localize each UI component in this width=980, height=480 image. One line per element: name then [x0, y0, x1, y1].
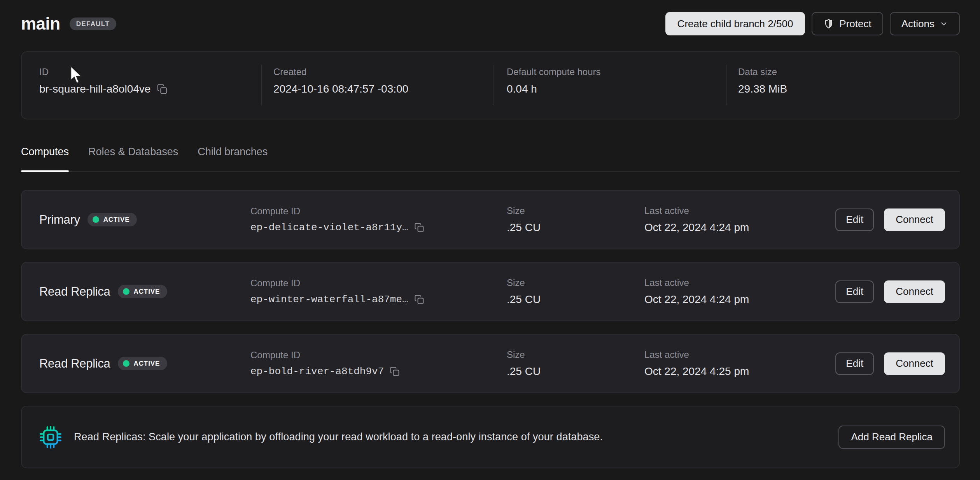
add-read-replica-button[interactable]: Add Read Replica: [838, 426, 945, 449]
edit-button[interactable]: Edit: [835, 208, 874, 231]
copy-icon[interactable]: [414, 222, 425, 233]
compute-hours-label: Default compute hours: [507, 67, 600, 77]
compute-id-label: Compute ID: [250, 278, 507, 289]
compute-id-value: ep-winter-waterfall-a87me…: [250, 294, 408, 305]
branch-id-value: br-square-hill-a8ol04ve: [39, 83, 150, 95]
connect-button[interactable]: Connect: [884, 280, 945, 303]
size-value: .25 CU: [507, 221, 644, 234]
size-value: .25 CU: [507, 365, 644, 378]
title-wrap: main DEFAULT: [21, 14, 116, 33]
edit-button[interactable]: Edit: [835, 280, 874, 303]
compute-id-value: ep-delicate-violet-a8r11y…: [250, 222, 408, 233]
created-field: Created 2024-10-16 08:47:57 -03:00: [273, 67, 408, 95]
last-active-value: Oct 22, 2024 4:24 pm: [644, 221, 835, 234]
status-badge: ACTIVE: [118, 357, 168, 370]
size-cell: Size .25 CU: [507, 205, 644, 234]
status-badge-label: ACTIVE: [134, 360, 160, 367]
compute-hours-value: 0.04 h: [507, 83, 600, 95]
size-cell: Size .25 CU: [507, 277, 644, 306]
size-cell: Size .25 CU: [507, 349, 644, 378]
divider: [261, 65, 262, 105]
page-title: main: [21, 14, 60, 33]
compute-id-cell: Compute ID ep-winter-waterfall-a87me…: [250, 278, 507, 305]
compute-row-read-replica-2: Read Replica ACTIVE Compute ID ep-bold-r…: [21, 334, 960, 393]
divider: [726, 65, 727, 105]
compute-id-label: Compute ID: [250, 350, 507, 361]
shield-icon: [823, 18, 834, 29]
data-size-field: Data size 29.38 MiB: [738, 67, 787, 95]
compute-name: Read Replica: [39, 285, 110, 299]
last-active-value: Oct 22, 2024 4:25 pm: [644, 365, 835, 378]
size-label: Size: [507, 349, 644, 360]
last-active-label: Last active: [644, 349, 835, 360]
last-active-value: Oct 22, 2024 4:24 pm: [644, 293, 835, 306]
branch-page: main DEFAULT Create child branch 2/500 P…: [0, 0, 980, 468]
status-dot-icon: [123, 360, 130, 367]
status-badge-label: ACTIVE: [134, 288, 160, 295]
status-badge-label: ACTIVE: [103, 216, 130, 223]
last-active-cell: Last active Oct 22, 2024 4:24 pm: [644, 205, 835, 234]
copy-icon[interactable]: [156, 83, 168, 95]
row-actions: Edit Connect: [835, 280, 945, 303]
row-actions: Edit Connect: [835, 208, 945, 231]
page-header: main DEFAULT Create child branch 2/500 P…: [21, 0, 960, 36]
last-active-label: Last active: [644, 205, 835, 216]
compute-id-cell: Compute ID ep-bold-river-a8tdh9v7: [250, 350, 507, 377]
status-badge: ACTIVE: [88, 213, 137, 226]
chevron-down-icon: [940, 19, 948, 28]
compute-name: Primary: [39, 213, 80, 227]
copy-icon[interactable]: [414, 294, 425, 305]
compute-name-cell: Primary ACTIVE: [39, 213, 250, 227]
chip-icon: [39, 426, 62, 448]
edit-button[interactable]: Edit: [835, 352, 874, 375]
compute-name-cell: Read Replica ACTIVE: [39, 285, 250, 299]
connect-button[interactable]: Connect: [884, 352, 945, 375]
data-size-value: 29.38 MiB: [738, 83, 787, 95]
compute-id-label: Compute ID: [250, 206, 507, 217]
branch-id-field: ID br-square-hill-a8ol04ve: [39, 67, 168, 95]
copy-icon[interactable]: [389, 366, 400, 377]
compute-id-value: ep-bold-river-a8tdh9v7: [250, 366, 384, 377]
actions-button[interactable]: Actions: [890, 12, 960, 35]
default-badge: DEFAULT: [70, 18, 116, 30]
branch-info-card: ID br-square-hill-a8ol04ve Created 2024-…: [21, 51, 960, 119]
branch-id-label: ID: [39, 67, 168, 77]
data-size-label: Data size: [738, 67, 787, 77]
row-actions: Edit Connect: [835, 352, 945, 375]
size-label: Size: [507, 277, 644, 288]
last-active-cell: Last active Oct 22, 2024 4:25 pm: [644, 349, 835, 378]
tab-computes[interactable]: Computes: [21, 146, 69, 171]
size-label: Size: [507, 205, 644, 216]
created-value: 2024-10-16 08:47:57 -03:00: [273, 83, 408, 95]
compute-row-read-replica-1: Read Replica ACTIVE Compute ID ep-winter…: [21, 262, 960, 321]
created-label: Created: [273, 67, 408, 77]
status-dot-icon: [93, 216, 99, 223]
tab-child-branches[interactable]: Child branches: [198, 146, 268, 171]
protect-button[interactable]: Protect: [812, 12, 883, 35]
compute-id-cell: Compute ID ep-delicate-violet-a8r11y…: [250, 206, 507, 233]
read-replica-banner: Read Replicas: Scale your application by…: [21, 406, 960, 468]
protect-button-label: Protect: [839, 19, 871, 29]
last-active-cell: Last active Oct 22, 2024 4:24 pm: [644, 277, 835, 306]
status-badge: ACTIVE: [118, 285, 168, 298]
read-replica-description: Read Replicas: Scale your application by…: [74, 431, 838, 443]
connect-button[interactable]: Connect: [884, 208, 945, 231]
tab-bar: Computes Roles & Databases Child branche…: [21, 146, 960, 172]
status-dot-icon: [123, 288, 130, 295]
create-child-branch-button[interactable]: Create child branch 2/500: [665, 12, 805, 35]
last-active-label: Last active: [644, 277, 835, 288]
compute-row-primary: Primary ACTIVE Compute ID ep-delicate-vi…: [21, 190, 960, 249]
compute-name-cell: Read Replica ACTIVE: [39, 357, 250, 371]
actions-button-label: Actions: [901, 19, 934, 29]
divider: [493, 65, 494, 105]
compute-name: Read Replica: [39, 357, 110, 371]
header-actions: Create child branch 2/500 Protect Action…: [665, 12, 960, 35]
size-value: .25 CU: [507, 293, 644, 306]
compute-hours-field: Default compute hours 0.04 h: [507, 67, 600, 95]
tab-roles-databases[interactable]: Roles & Databases: [88, 146, 178, 171]
